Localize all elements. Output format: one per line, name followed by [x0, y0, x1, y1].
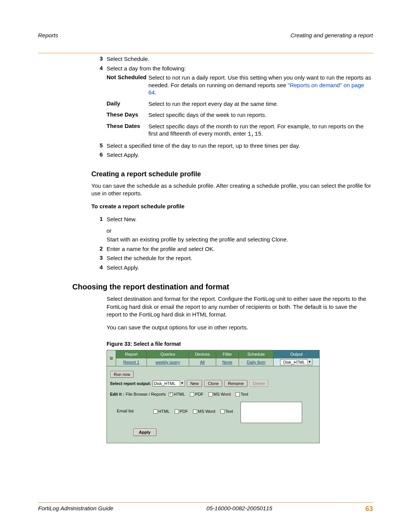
- col-filter: Filter: [216, 350, 239, 358]
- cell-report[interactable]: Report 1: [123, 360, 139, 364]
- page-header: Reports Creating and generating a report: [38, 32, 373, 53]
- def-daily: Daily Select to run the report every day…: [107, 100, 373, 108]
- email-list-textarea[interactable]: [241, 402, 302, 423]
- step-6: 6 Select Apply.: [91, 151, 373, 159]
- page-footer: FortiLog Administration Guide 05-16000-0…: [38, 502, 373, 513]
- section-title-schedule-profile: Creating a report schedule profile: [91, 170, 373, 178]
- def-not-scheduled: Not Scheduled Select to not run a daily …: [107, 74, 373, 96]
- footer-left: FortiLog Administration Guide: [38, 505, 113, 513]
- sect2-p1: Select destination and format for the re…: [107, 295, 373, 318]
- email-list-label: Email list: [110, 409, 140, 413]
- clone-button[interactable]: Clone: [204, 380, 222, 387]
- run-now-button[interactable]: Run now: [110, 371, 134, 378]
- footer-center: 05-16000-0082-20050115: [206, 505, 272, 513]
- rename-button[interactable]: Rename: [225, 380, 247, 387]
- sp-step-4: 4 Select Apply.: [91, 264, 373, 272]
- cell-filter[interactable]: None: [222, 360, 232, 364]
- edit-it-label: Edit it :: [110, 392, 124, 396]
- report-table: ⊞ Report Queries Devices Filter Schedule…: [107, 350, 320, 366]
- email-msword-checkbox[interactable]: [193, 409, 197, 414]
- figure-ui: ⊞ Report Queries Devices Filter Schedule…: [107, 350, 320, 443]
- col-queries: Queries: [147, 350, 189, 358]
- sp-step-1: 1 Select New. or Start with an existing …: [91, 216, 373, 243]
- col-report: Report: [116, 350, 147, 358]
- sect1-p1: You can save the schedule as a schedule …: [91, 182, 373, 198]
- new-button[interactable]: New: [187, 380, 202, 387]
- sect2-p2: You can save the output options for use …: [107, 324, 373, 331]
- col-schedule: Schedule: [239, 350, 274, 358]
- col-output: Output: [273, 350, 319, 358]
- apply-button[interactable]: Apply: [133, 428, 156, 436]
- filebrowse-html-checkbox[interactable]: [169, 392, 173, 396]
- step-3: 3 Select Schedule.: [91, 55, 373, 63]
- sect1-subhead: To create a report schedule profile: [91, 203, 373, 210]
- step-4: 4 Select a day from the following:: [91, 65, 373, 72]
- sp-step-3: 3 Select the schedule for the report.: [91, 254, 373, 262]
- email-pdf-checkbox[interactable]: [175, 409, 179, 414]
- sp-step-2: 2 Enter a name for the profile and selec…: [91, 245, 373, 253]
- select-output-label: Select report output:: [110, 381, 151, 386]
- delete-button[interactable]: Delete: [250, 380, 269, 387]
- email-html-checkbox[interactable]: [153, 409, 158, 414]
- page-number: 63: [365, 505, 373, 513]
- filebrowse-pdf-checkbox[interactable]: [190, 392, 194, 396]
- cell-devices[interactable]: All: [200, 360, 205, 364]
- filebrowse-msword-checkbox[interactable]: [209, 392, 213, 396]
- col-devices: Devices: [189, 350, 216, 358]
- figure-caption: Figure 33: Select a file format: [107, 341, 373, 347]
- file-browse-path: File Browse / Reports: [126, 392, 166, 396]
- def-these-days: These Days Select specific days of the w…: [107, 111, 373, 119]
- expand-icon[interactable]: ⊞: [107, 350, 116, 366]
- header-left: Reports: [38, 32, 58, 38]
- select-output-dropdown[interactable]: Disk_HTML: [153, 380, 185, 387]
- filebrowse-text-checkbox[interactable]: [236, 392, 240, 396]
- def-these-dates: These Dates Select specific days of the …: [107, 123, 373, 138]
- cell-queries[interactable]: weekly query: [156, 360, 180, 364]
- email-text-checkbox[interactable]: [220, 409, 225, 414]
- cell-output-select[interactable]: Disk_HTML: [280, 359, 312, 365]
- header-right: Creating and generating a report: [290, 32, 373, 38]
- cell-schedule[interactable]: Daily 6pm: [247, 360, 266, 364]
- step-5: 5 Select a specified time of the day to …: [91, 142, 373, 150]
- section-title-destination-format: Choosing the report destination and form…: [72, 283, 373, 291]
